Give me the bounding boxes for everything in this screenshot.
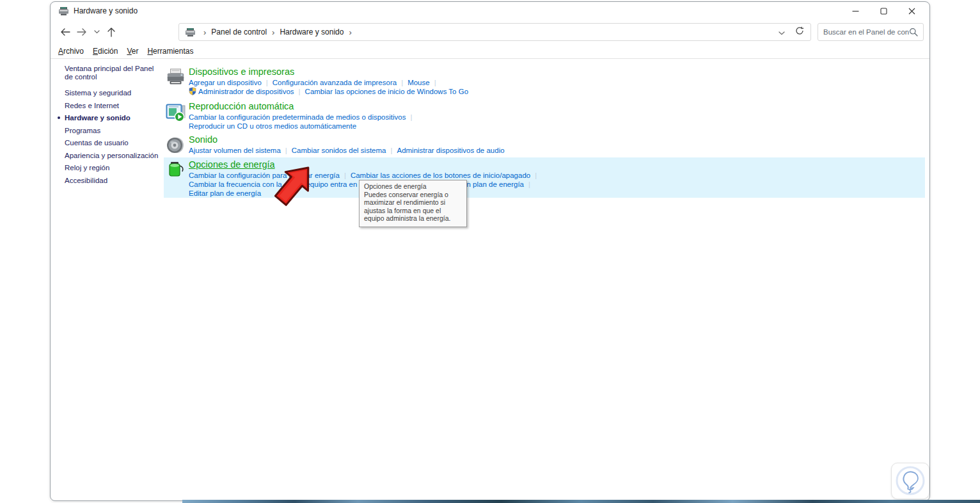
- menu-bar: Archivo Edición Ver Herramientas: [51, 44, 929, 59]
- forward-button[interactable]: [74, 24, 90, 40]
- separator: |: [266, 79, 268, 86]
- separator: |: [535, 172, 537, 179]
- forward-icon: [77, 28, 87, 36]
- tooltip-title: Opciones de energía: [364, 182, 462, 191]
- section-dispositivos-e-impresoras: Dispositivos e impresoras Agregar un dis…: [164, 66, 925, 96]
- menu-herramientas[interactable]: Herramientas: [147, 47, 193, 56]
- chevron-down-icon: [94, 30, 100, 34]
- active-bullet: [58, 116, 60, 119]
- sidebar-item-reloj-y-region[interactable]: Reloj y región: [65, 164, 162, 172]
- maximize-icon: [880, 8, 887, 15]
- annotation-arrow: [269, 161, 319, 208]
- sidebar-item-hardware-y-sonido[interactable]: Hardware y sonido: [65, 114, 162, 122]
- titlebar: Hardware y sonido: [51, 2, 929, 20]
- main-content: Dispositivos e impresoras Agregar un dis…: [164, 63, 924, 495]
- task-link[interactable]: Cambiar las acciones de los botones de i…: [351, 172, 530, 179]
- sidebar-item-redes-e-internet[interactable]: Redes e Internet: [65, 102, 162, 110]
- refresh-icon: [795, 26, 804, 35]
- control-panel-window: Hardware y sonido: [50, 1, 930, 501]
- minimize-button[interactable]: [841, 2, 869, 20]
- address-bar[interactable]: › Panel de control › Hardware y sonido ›: [178, 23, 811, 41]
- lightbulb-icon: [894, 465, 927, 497]
- autoplay-icon[interactable]: [166, 102, 186, 123]
- task-link[interactable]: Reproducir un CD u otros medios automáti…: [189, 122, 356, 130]
- task-link[interactable]: Cambiar las opciones de inicio de Window…: [305, 88, 468, 95]
- breadcrumb-item-hardware-y-sonido[interactable]: Hardware y sonido: [280, 28, 344, 36]
- close-button[interactable]: [897, 2, 926, 20]
- breadcrumb-chevron: ›: [349, 28, 351, 37]
- separator: |: [434, 79, 436, 86]
- section-reproduccion-automatica: Reproducción automática Cambiar la confi…: [164, 100, 925, 131]
- search-box[interactable]: [818, 23, 924, 41]
- up-button[interactable]: [103, 24, 120, 40]
- battery-icon[interactable]: [166, 161, 186, 181]
- breadcrumb-item-panel-de-control[interactable]: Panel de control: [211, 28, 267, 36]
- sidebar-item-programas[interactable]: Programas: [65, 127, 162, 135]
- task-link[interactable]: Ajustar volumen del sistema: [189, 147, 281, 154]
- task-link[interactable]: Cambiar la configuración predeterminada …: [189, 113, 406, 121]
- chevron-down-icon: [778, 31, 785, 35]
- separator: |: [285, 147, 287, 154]
- address-dropdown-button[interactable]: [778, 26, 785, 38]
- menu-archivo[interactable]: Archivo: [58, 47, 84, 56]
- refresh-button[interactable]: [795, 26, 804, 38]
- search-input[interactable]: [823, 28, 909, 36]
- taskbar-edge: [182, 500, 980, 503]
- section-title-link[interactable]: Opciones de energía: [189, 159, 275, 170]
- section-title-link[interactable]: Dispositivos e impresoras: [189, 67, 294, 77]
- search-icon[interactable]: [909, 28, 918, 36]
- sidebar-item-home[interactable]: Ventana principal del Panel de control: [65, 65, 162, 81]
- breadcrumb-chevron: ›: [203, 28, 206, 37]
- separator: |: [344, 172, 346, 179]
- tooltip: Opciones de energía Puedes conservar ene…: [359, 180, 467, 227]
- sidebar: Ventana principal del Panel de control S…: [65, 65, 162, 189]
- menu-ver[interactable]: Ver: [127, 47, 138, 56]
- history-dropdown-button[interactable]: [90, 24, 103, 40]
- separator: |: [299, 88, 301, 95]
- separator: |: [410, 113, 412, 121]
- up-icon: [107, 28, 115, 37]
- brand-logo: [891, 463, 929, 499]
- task-link[interactable]: Administrar dispositivos de audio: [397, 147, 504, 154]
- speaker-icon[interactable]: [166, 136, 186, 156]
- control-panel-icon: [185, 28, 196, 37]
- task-link[interactable]: Mouse: [407, 79, 430, 86]
- task-link[interactable]: Administrador de dispositivos: [198, 88, 294, 95]
- separator: |: [401, 79, 403, 86]
- sidebar-item-sistema-y-seguridad[interactable]: Sistema y seguridad: [65, 89, 162, 97]
- task-link[interactable]: Cambiar sonidos del sistema: [292, 147, 386, 154]
- separator: |: [390, 147, 392, 154]
- printer-icon[interactable]: [166, 68, 186, 88]
- section-sonido: Sonido Ajustar volumen del sistema|Cambi…: [164, 134, 925, 155]
- sidebar-item-accesibilidad[interactable]: Accesibilidad: [65, 177, 162, 185]
- minimize-icon: [852, 8, 859, 15]
- navigation-toolbar: › Panel de control › Hardware y sonido ›: [51, 21, 929, 43]
- maximize-button[interactable]: [869, 2, 897, 20]
- control-panel-icon: [58, 6, 69, 16]
- separator: |: [528, 180, 530, 188]
- sidebar-item-apariencia[interactable]: Apariencia y personalización: [65, 152, 162, 160]
- window-title: Hardware y sonido: [74, 6, 138, 15]
- back-button[interactable]: [57, 24, 74, 40]
- close-icon: [908, 8, 915, 15]
- task-link[interactable]: Configuración avanzada de impresora: [273, 79, 397, 86]
- breadcrumb-chevron: ›: [272, 28, 274, 37]
- task-link[interactable]: Editar plan de energía: [189, 189, 261, 197]
- sidebar-item-cuentas-de-usuario[interactable]: Cuentas de usuario: [65, 139, 162, 147]
- back-icon: [60, 28, 70, 36]
- section-title-link[interactable]: Reproducción automática: [189, 101, 294, 111]
- section-title-link[interactable]: Sonido: [189, 134, 217, 145]
- tooltip-body: Puedes conservar energía o maximizar el …: [364, 191, 462, 223]
- task-link[interactable]: Agregar un dispositivo: [189, 79, 262, 86]
- uac-shield-icon: [189, 87, 196, 95]
- sidebar-item-label: Hardware y sonido: [65, 114, 130, 122]
- menu-edicion[interactable]: Edición: [93, 47, 118, 56]
